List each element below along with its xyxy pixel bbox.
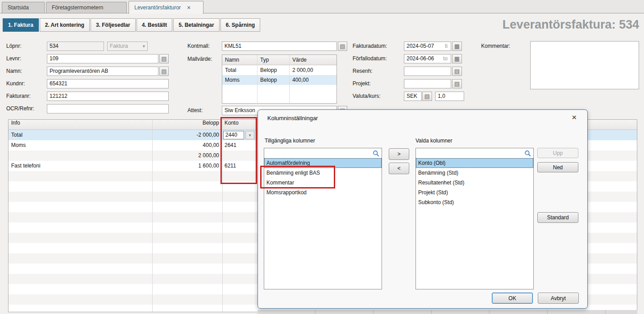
resenh-field[interactable]: [404, 67, 451, 76]
cell-varde: 2 000,00: [290, 65, 337, 75]
mallvarde-row[interactable]: [222, 95, 337, 105]
fakturanr-field[interactable]: 121212: [47, 92, 169, 101]
browse-icon: ▤: [454, 68, 460, 75]
kolumninstallningar-dialog: Kolumninställningar × Tillgängliga kolum…: [258, 109, 588, 309]
weekday-abbrev: ti: [445, 42, 449, 50]
list-item-konto-obl[interactable]: Konto (Obl): [416, 158, 533, 168]
list-item-benamning-std[interactable]: Benämning (Std): [416, 168, 533, 178]
cell-belopp: -2 000,00: [152, 130, 222, 140]
cell-namn: Moms: [222, 75, 258, 85]
standard-button[interactable]: Standard: [537, 212, 578, 223]
tab-label: Företagstermometern: [52, 4, 103, 11]
ok-button[interactable]: OK: [492, 293, 533, 304]
cell-typ: Belopp: [258, 65, 290, 75]
subtab-art-kontering[interactable]: 2. Art kontering: [40, 18, 90, 32]
close-tab-icon[interactable]: ×: [187, 4, 191, 11]
list-item-projekt-std[interactable]: Projekt (Std): [416, 188, 533, 197]
browse-icon: ▤: [161, 68, 166, 75]
ocr-field[interactable]: [47, 104, 169, 113]
lopnr-field: 534: [47, 42, 104, 51]
move-left-button[interactable]: <: [389, 163, 409, 174]
attest-label: Attest:: [187, 106, 203, 115]
subtab-faktura[interactable]: 1. Faktura: [3, 18, 39, 32]
col-varde[interactable]: Värde: [290, 55, 337, 65]
resenh-browse-button[interactable]: ▤: [452, 67, 462, 76]
available-search-input[interactable]: [264, 148, 382, 159]
kundnr-field[interactable]: 654321: [47, 79, 169, 88]
date-value: 2024-06-06: [407, 54, 434, 63]
app-window: Startsida Företagstermometern Leverantör…: [0, 0, 644, 314]
down-button[interactable]: Ned: [537, 162, 578, 172]
subtab-foljesedlar[interactable]: 3. Följesedlar: [91, 18, 136, 32]
kommentar-label: Kommentar:: [481, 42, 510, 51]
cell-namn: Total: [222, 65, 258, 75]
namn-field[interactable]: Programleverantören AB: [47, 67, 158, 76]
dialog-close-icon[interactable]: ×: [572, 113, 577, 122]
cell-info: Fast telefoni: [11, 161, 40, 171]
cell-info: Total: [11, 130, 22, 140]
forfallodatum-calendar-button[interactable]: ▦: [452, 54, 462, 63]
weekday-abbrev: to: [443, 54, 449, 63]
col-info[interactable]: Info: [11, 120, 20, 126]
dialog-title: Kolumninställningar: [267, 115, 318, 121]
tab-foretagstermometern[interactable]: Företagstermometern: [46, 2, 127, 13]
kommentar-textarea[interactable]: [530, 41, 639, 89]
mallvarde-row[interactable]: [222, 85, 337, 95]
projekt-browse-button[interactable]: ▤: [452, 79, 462, 88]
move-right-button[interactable]: >: [389, 148, 409, 160]
levnr-browse-button[interactable]: ▤: [159, 54, 169, 63]
forfallodatum-label: Förfallodatum:: [353, 54, 387, 63]
selected-columns-list: Konto (Obl) Benämning (Std) Resultatenhe…: [415, 158, 534, 289]
browse-icon: ▤: [424, 93, 430, 100]
selected-search-input[interactable]: [415, 148, 534, 159]
browse-icon: ▤: [454, 80, 460, 87]
calendar-icon: ▦: [454, 55, 460, 62]
mallvarde-header-row: Namn Typ Värde: [222, 55, 337, 65]
tab-leverantorsfakturor[interactable]: Leverantörsfakturor ×: [129, 1, 204, 14]
subtab-betalningar[interactable]: 5. Betalningar: [173, 18, 219, 32]
invoice-type-dropdown: Faktura ▾: [107, 42, 148, 51]
forfallodatum-field[interactable]: 2024-06-06 to: [404, 54, 451, 63]
ocr-label: OCR/Refnr:: [6, 104, 34, 113]
cell-info: Moms: [11, 140, 26, 151]
cell-namn: [222, 95, 258, 105]
fakturadatum-calendar-button[interactable]: ▦: [452, 42, 462, 51]
subtab-sparning[interactable]: 6. Spårning: [220, 18, 260, 32]
namn-browse-button[interactable]: ▤: [159, 67, 169, 76]
cell-namn: [222, 85, 258, 95]
kontmall-browse-button[interactable]: ▤: [338, 42, 347, 51]
projekt-field[interactable]: [404, 79, 451, 88]
list-item-momsrapportkod[interactable]: Momsrapportkod: [264, 188, 382, 197]
column-divider: [152, 120, 153, 312]
valuta-field[interactable]: SEK: [404, 92, 422, 101]
cell-typ: [258, 85, 290, 95]
mallvarde-row-selected[interactable]: Moms Belopp 400,00: [222, 75, 337, 85]
resenh-label: Resenh:: [353, 67, 373, 76]
up-button[interactable]: Upp: [537, 148, 578, 158]
kurs-field[interactable]: 1,0: [435, 92, 464, 101]
mallvarde-row[interactable]: Total Belopp 2 000,00: [222, 65, 337, 75]
valuta-browse-button[interactable]: ▤: [422, 92, 432, 101]
tab-label: Leverantörsfakturor: [134, 4, 181, 11]
fakturadatum-field[interactable]: 2024-05-07 ti: [404, 42, 451, 51]
fakturadatum-label: Fakturadatum:: [353, 42, 387, 51]
list-item-subkonto-std[interactable]: Subkonto (Std): [416, 197, 533, 207]
hidden-grid-strip: [258, 310, 637, 314]
list-item-resultatenhet-std[interactable]: Resultatenhet (Std): [416, 178, 533, 188]
col-namn[interactable]: Namn: [222, 55, 258, 65]
col-belopp[interactable]: Belopp: [152, 120, 222, 126]
cell-belopp: 1 600,00: [152, 161, 222, 171]
selected-columns-label: Valda kolumner: [415, 138, 453, 144]
cell-varde: [290, 95, 337, 105]
search-icon: [524, 150, 532, 157]
col-typ[interactable]: Typ: [258, 55, 290, 65]
document-tabbar: Startsida Företagstermometern Leverantör…: [0, 0, 644, 13]
tab-startsida[interactable]: Startsida: [2, 2, 45, 13]
subtab-bestallt[interactable]: 4. Beställt: [137, 18, 173, 32]
cancel-button[interactable]: Avbryt: [538, 293, 579, 304]
annotation-rect-konto-column: [220, 117, 257, 184]
kontmall-label: Kontmall:: [187, 42, 210, 51]
chevron-down-icon: ▾: [142, 42, 145, 50]
levnr-field[interactable]: 109: [47, 54, 158, 63]
kontmall-field[interactable]: KML51: [222, 42, 337, 51]
